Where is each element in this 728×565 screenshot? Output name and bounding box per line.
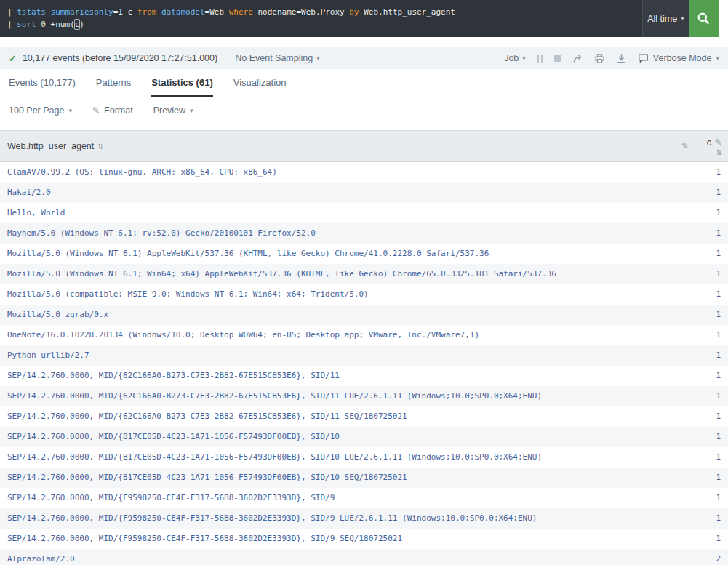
count-cell[interactable]: 1 — [695, 162, 728, 183]
chevron-down-icon: ▾ — [68, 108, 72, 114]
user-agent-cell[interactable]: SEP/14.2.760.0000, MID/{B17CE05D-4C23-1A… — [0, 447, 695, 468]
count-cell[interactable]: 1 — [695, 183, 728, 203]
table-row: Mozilla/5.0 (Windows NT 6.1) AppleWebKit… — [0, 244, 728, 264]
time-range-label: All time — [647, 14, 677, 24]
format-button[interactable]: ✎ Format — [92, 105, 133, 116]
table-row: SEP/14.2.760.0000, MID/{F9598250-CE4F-F3… — [0, 488, 728, 508]
user-agent-cell[interactable]: SEP/14.2.760.0000, MID/{62C166A0-B273-C7… — [0, 386, 695, 406]
count-cell[interactable]: 2 — [695, 549, 728, 565]
user-agent-cell[interactable]: Mayhem/5.0 (Windows NT 6.1; rv:52.0) Gec… — [0, 223, 695, 244]
pause-job-icon[interactable] — [537, 55, 543, 63]
user-agent-cell[interactable]: Python-urllib/2.7 — [0, 345, 695, 366]
job-menu-dropdown[interactable]: Job ▾ — [504, 53, 526, 63]
query-token: =1 c — [113, 7, 137, 17]
user-agent-cell[interactable]: SEP/14.2.760.0000, MID/{62C166A0-B273-C7… — [0, 366, 695, 386]
user-agent-cell[interactable]: Alprazolam/2.0 — [0, 549, 695, 565]
user-agent-cell[interactable]: ClamAV/0.99.2 (OS: linux-gnu, ARCH: x86_… — [0, 162, 695, 183]
preview-dropdown[interactable]: Preview ▾ — [153, 105, 193, 116]
user-agent-cell[interactable]: Mozilla/5.0 (compatible; MSIE 9.0; Windo… — [0, 284, 695, 305]
table-row: Alprazolam/2.02 — [0, 549, 728, 565]
query-token: | — [7, 7, 17, 17]
search-mode-label: Verbose Mode — [653, 53, 712, 63]
tab-patterns[interactable]: Patterns — [96, 69, 131, 97]
count-cell[interactable]: 1 — [695, 325, 728, 345]
user-agent-cell[interactable]: SEP/14.2.760.0000, MID/{B17CE05D-4C23-1A… — [0, 427, 695, 447]
count-cell[interactable]: 1 — [695, 488, 728, 508]
per-page-dropdown[interactable]: 100 Per Page ▾ — [9, 105, 72, 116]
user-agent-cell[interactable]: SEP/14.2.760.0000, MID/{62C166A0-B273-C7… — [0, 406, 695, 427]
table-row: ClamAV/0.99.2 (OS: linux-gnu, ARCH: x86_… — [0, 162, 728, 183]
count-cell[interactable]: 1 — [695, 508, 728, 529]
search-query-line-2: | sort 0 +num(c) — [7, 18, 642, 31]
search-mode-dropdown[interactable]: Verbose Mode ▾ — [638, 53, 719, 64]
table-row: SEP/14.2.760.0000, MID/{F9598250-CE4F-F3… — [0, 508, 728, 529]
query-token: by — [349, 7, 359, 17]
count-cell[interactable]: 1 — [695, 366, 728, 386]
count-cell[interactable]: 1 — [695, 345, 728, 366]
table-row: Mayhem/5.0 (Windows NT 6.1; rv:52.0) Gec… — [0, 223, 728, 244]
tab-events-10-177[interactable]: Events (10,177) — [9, 69, 76, 97]
table-row: OneNote/16.0.10228.20134 (Windows/10.0; … — [0, 325, 728, 345]
search-icon — [697, 12, 711, 25]
column-header-count: c ✎ ⇅ — [695, 131, 728, 162]
count-cell[interactable]: 1 — [695, 468, 728, 488]
time-range-picker[interactable]: All time ▾ — [642, 0, 689, 37]
stop-job-icon[interactable] — [554, 55, 561, 62]
count-cell[interactable]: 1 — [695, 284, 728, 305]
sort-icon[interactable]: ⇅ — [716, 148, 722, 156]
count-cell[interactable]: 1 — [695, 203, 728, 223]
count-cell[interactable]: 1 — [695, 529, 728, 549]
count-cell[interactable]: 1 — [695, 406, 728, 427]
per-page-label: 100 Per Page — [9, 105, 64, 116]
count-cell[interactable]: 1 — [695, 305, 728, 325]
event-sampling-dropdown[interactable]: No Event Sampling ▾ — [235, 53, 320, 63]
edit-column-pencil-icon[interactable]: ✎ — [681, 141, 689, 151]
query-token: from — [137, 7, 157, 17]
user-agent-cell[interactable]: SEP/14.2.760.0000, MID/{F9598250-CE4F-F3… — [0, 508, 695, 529]
job-menu-label: Job — [504, 53, 519, 63]
user-agent-cell[interactable]: SEP/14.2.760.0000, MID/{F9598250-CE4F-F3… — [0, 529, 695, 549]
export-download-icon[interactable] — [616, 53, 627, 64]
results-tabs: Events (10,177)PatternsStatistics (61)Vi… — [0, 69, 728, 97]
count-cell[interactable]: 1 — [695, 447, 728, 468]
query-token: =Web — [205, 7, 229, 17]
user-agent-cell[interactable]: SEP/14.2.760.0000, MID/{B17CE05D-4C23-1A… — [0, 468, 695, 488]
table-row: Hello, World1 — [0, 203, 728, 223]
user-agent-cell[interactable]: Hakai/2.0 — [0, 183, 695, 203]
user-agent-cell[interactable]: OneNote/16.0.10228.20134 (Windows/10.0; … — [0, 325, 695, 345]
tab-statistics-61[interactable]: Statistics (61) — [151, 69, 213, 97]
table-row: SEP/14.2.760.0000, MID/{62C166A0-B273-C7… — [0, 406, 728, 427]
events-summary: 10,177 events (before 15/09/2020 17:27:5… — [23, 53, 217, 63]
count-cell[interactable]: 1 — [695, 386, 728, 406]
query-token: | — [7, 20, 17, 29]
query-token: sort — [17, 20, 36, 29]
table-row: Mozilla/5.0 (compatible; MSIE 9.0; Windo… — [0, 284, 728, 305]
count-cell[interactable]: 1 — [695, 244, 728, 264]
chevron-down-icon: ▾ — [316, 55, 320, 62]
job-done-check-icon: ✓ — [9, 53, 17, 64]
speech-bubble-icon — [638, 53, 649, 64]
table-row: SEP/14.2.760.0000, MID/{B17CE05D-4C23-1A… — [0, 468, 728, 488]
share-job-icon[interactable] — [572, 53, 583, 64]
edit-column-pencil-icon[interactable]: ✎ — [715, 137, 722, 148]
search-query-input[interactable]: | tstats summariesonly=1 c from datamode… — [0, 0, 642, 37]
sort-icon[interactable]: ⇅ — [97, 143, 103, 151]
query-token: where — [229, 7, 253, 17]
user-agent-cell[interactable]: Hello, World — [0, 203, 695, 223]
count-cell[interactable]: 1 — [695, 223, 728, 244]
column-header-label[interactable]: Web.http_user_agent — [7, 141, 94, 151]
search-button[interactable] — [689, 0, 719, 37]
count-cell[interactable]: 1 — [695, 427, 728, 447]
search-query-line-1: | tstats summariesonly=1 c from datamode… — [7, 6, 642, 18]
column-header-label[interactable]: c — [707, 137, 711, 148]
user-agent-cell[interactable]: Mozilla/5.0 (Windows NT 6.1; Win64; x64)… — [0, 264, 695, 284]
results-table-body: ClamAV/0.99.2 (OS: linux-gnu, ARCH: x86_… — [0, 162, 728, 565]
table-row: Python-urllib/2.71 — [0, 345, 728, 366]
tab-visualization[interactable]: Visualization — [233, 69, 287, 97]
count-cell[interactable]: 1 — [695, 264, 728, 284]
format-label: Format — [104, 105, 133, 116]
print-icon[interactable] — [594, 53, 605, 64]
user-agent-cell[interactable]: Mozilla/5.0 (Windows NT 6.1) AppleWebKit… — [0, 244, 695, 264]
user-agent-cell[interactable]: Mozilla/5.0 zgrab/0.x — [0, 305, 695, 325]
user-agent-cell[interactable]: SEP/14.2.760.0000, MID/{F9598250-CE4F-F3… — [0, 488, 695, 508]
